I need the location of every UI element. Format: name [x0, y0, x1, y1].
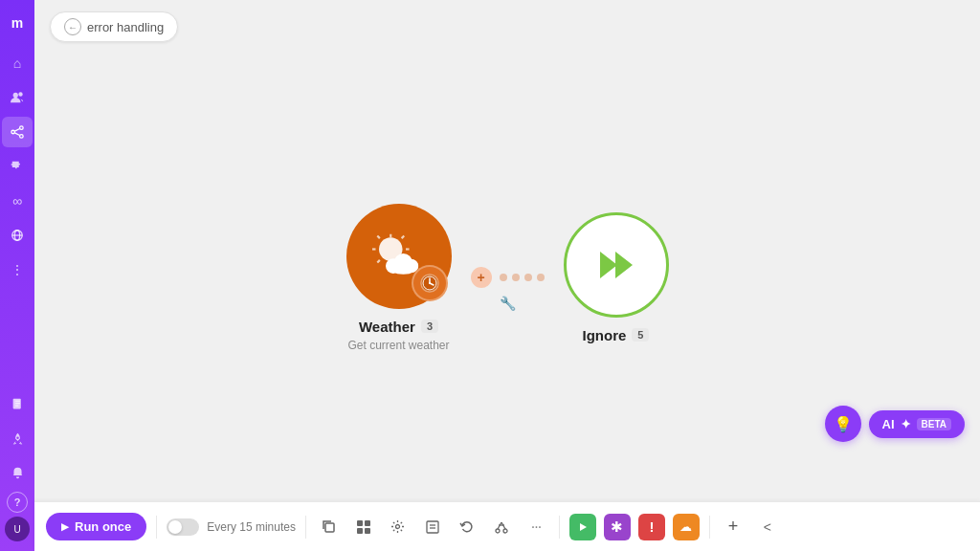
cloud-button[interactable]: ☁ — [673, 514, 700, 540]
svg-point-4 — [20, 135, 24, 139]
svg-point-3 — [11, 130, 15, 134]
main-content: ← error handling — [34, 0, 980, 551]
user-avatar[interactable]: U — [5, 517, 30, 541]
dot-4 — [537, 274, 545, 281]
bulb-button[interactable]: 💡 — [825, 406, 861, 442]
svg-rect-32 — [325, 523, 334, 532]
back-button[interactable]: ← error handling — [50, 11, 178, 42]
ai-pill-button[interactable]: AI ✦ BETA — [869, 410, 965, 438]
toggle-switch[interactable] — [167, 518, 199, 536]
svg-line-17 — [377, 236, 380, 239]
dot-1 — [500, 274, 507, 281]
asterisk-button[interactable]: ✱ — [604, 514, 631, 540]
beta-badge: BETA — [917, 418, 951, 430]
more-options-button[interactable]: ··· — [523, 514, 549, 540]
breadcrumb-title: error handling — [87, 20, 164, 34]
ignore-badge: 5 — [632, 328, 649, 342]
grid-button[interactable] — [350, 514, 377, 540]
svg-rect-35 — [357, 528, 363, 534]
sidebar-item-bell[interactable] — [2, 457, 33, 488]
svg-marker-30 — [600, 252, 617, 278]
sidebar-item-link[interactable]: ∞ — [2, 186, 33, 216]
run-once-button[interactable]: ▶ Run once — [46, 513, 146, 540]
ai-buttons: 💡 AI ✦ BETA — [825, 406, 965, 442]
svg-point-42 — [503, 529, 507, 533]
toggle-thumb — [168, 520, 182, 534]
connector: + 🔧 — [471, 267, 545, 288]
spark-icon: ✦ — [901, 417, 911, 431]
ignore-node-label: Ignore 5 — [583, 327, 650, 343]
sidebar: m ⌂ ∞ ⋮ — [0, 0, 34, 551]
toolbar-divider-3 — [559, 516, 560, 539]
sidebar-item-rocket[interactable] — [2, 423, 33, 453]
cut-button[interactable] — [488, 514, 515, 540]
toolbar-divider-4 — [709, 516, 710, 539]
svg-point-0 — [13, 93, 18, 98]
back-icon: ← — [64, 18, 81, 35]
error-button[interactable]: ! — [638, 514, 665, 540]
settings-button[interactable] — [385, 514, 412, 540]
weather-icon-circle — [346, 204, 452, 309]
svg-rect-33 — [357, 520, 363, 526]
app-logo: m — [4, 10, 31, 36]
wrench-icon: 🔧 — [500, 296, 516, 311]
svg-point-1 — [18, 92, 22, 96]
bottom-toolbar: ▶ Run once Every 15 minutes — [34, 501, 980, 551]
svg-marker-31 — [615, 252, 633, 278]
sidebar-item-help[interactable]: ? — [7, 492, 28, 513]
svg-line-20 — [377, 260, 380, 263]
copy-button[interactable] — [316, 514, 343, 540]
collapse-button[interactable]: < — [754, 514, 781, 540]
run-label: Run once — [75, 519, 131, 534]
connector-dots — [500, 274, 545, 281]
weather-node-label: Weather 3 — [359, 319, 438, 335]
ignore-node[interactable]: Ignore 5 — [564, 212, 669, 343]
undo-button[interactable] — [454, 514, 480, 540]
svg-line-19 — [401, 236, 404, 239]
svg-rect-34 — [365, 520, 370, 526]
ignore-icon-circle — [564, 212, 669, 318]
svg-marker-46 — [580, 523, 587, 531]
toggle-label: Every 15 minutes — [207, 520, 296, 534]
svg-point-2 — [20, 126, 24, 130]
toolbar-divider-1 — [156, 516, 157, 539]
schedule-toggle: Every 15 minutes — [167, 518, 296, 536]
svg-point-41 — [496, 529, 500, 533]
dot-3 — [524, 274, 532, 281]
run-green-button[interactable] — [569, 514, 596, 540]
workflow-canvas[interactable]: Weather 3 Get current weather + 🔧 — [34, 54, 980, 501]
add-connector-button[interactable]: + — [471, 267, 492, 288]
dot-2 — [512, 274, 520, 281]
sidebar-item-book[interactable] — [2, 388, 33, 419]
svg-rect-38 — [427, 521, 438, 533]
svg-line-6 — [14, 133, 19, 136]
sidebar-item-home[interactable]: ⌂ — [2, 48, 33, 78]
svg-point-11 — [16, 436, 18, 438]
svg-point-37 — [396, 525, 400, 529]
notes-button[interactable] — [419, 514, 446, 540]
toolbar-divider-2 — [305, 516, 306, 539]
run-icon: ▶ — [61, 521, 69, 532]
topbar: ← error handling — [34, 0, 980, 54]
sidebar-item-share[interactable] — [2, 117, 33, 147]
weather-node[interactable]: Weather 3 Get current weather — [346, 204, 452, 352]
sidebar-item-globe[interactable] — [2, 220, 33, 251]
weather-badge: 3 — [421, 320, 438, 333]
weather-sublabel: Get current weather — [347, 339, 449, 352]
play-forward-icon — [592, 246, 640, 284]
sidebar-item-users[interactable] — [2, 82, 33, 113]
svg-point-29 — [429, 282, 431, 284]
sidebar-item-more[interactable]: ⋮ — [2, 254, 33, 285]
clock-badge — [412, 265, 448, 301]
ai-label: AI — [882, 417, 895, 431]
workflow-nodes: Weather 3 Get current weather + 🔧 — [346, 204, 669, 352]
svg-rect-36 — [365, 528, 370, 534]
svg-line-5 — [14, 129, 19, 132]
add-button[interactable]: + — [720, 514, 746, 540]
sidebar-item-puzzle[interactable] — [2, 151, 33, 182]
